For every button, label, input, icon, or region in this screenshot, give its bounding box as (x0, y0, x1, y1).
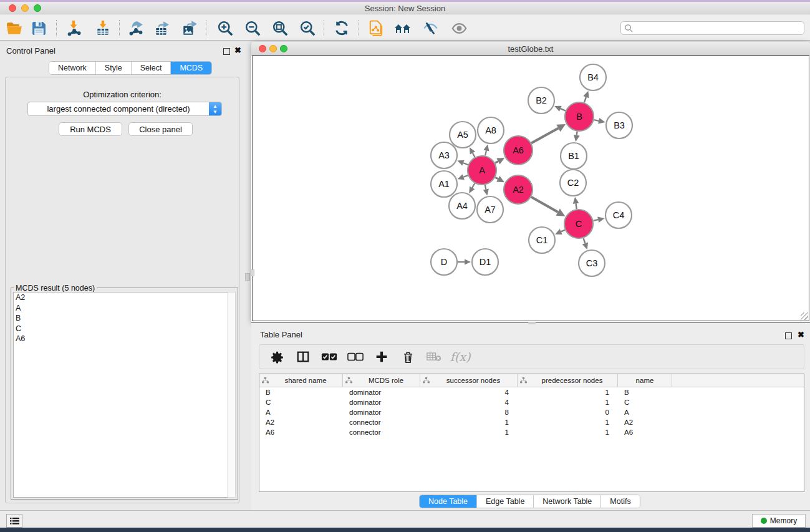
graph-node-B4[interactable]: B4 (580, 64, 606, 90)
table-row-C[interactable]: Cdominator41C (259, 397, 804, 407)
delete-table-icon[interactable] (425, 349, 443, 365)
edge-A-A3[interactable] (463, 163, 468, 165)
new-network-from-selection-icon[interactable] (367, 19, 385, 37)
save-session-icon[interactable] (29, 19, 48, 37)
edge-A-A1[interactable] (463, 175, 468, 177)
zoom-selected-icon[interactable] (298, 19, 317, 37)
edge-C-C3[interactable] (584, 238, 586, 243)
result-item-B[interactable]: B (14, 313, 228, 324)
graph-node-D[interactable]: D (431, 249, 457, 275)
edge-A-A6[interactable] (495, 162, 498, 163)
tab-node-table[interactable]: Node Table (420, 495, 477, 508)
result-item-A2[interactable]: A2 (14, 293, 228, 303)
splitter-handle[interactable] (245, 273, 250, 281)
add-column-icon[interactable] (373, 349, 390, 365)
edge-C-C2[interactable] (576, 203, 577, 209)
tab-network[interactable]: Network (49, 62, 96, 74)
delete-column-icon[interactable] (399, 349, 417, 365)
edge-A-A5[interactable] (473, 153, 475, 157)
tab-motifs[interactable]: Motifs (601, 495, 639, 508)
graph-node-C2[interactable]: C2 (560, 170, 586, 196)
graph-node-C3[interactable]: C3 (579, 250, 605, 276)
close-table-panel-icon[interactable]: ✖ (798, 331, 804, 338)
apply-preferred-layout-icon[interactable] (332, 19, 351, 37)
graph-node-B[interactable]: B (565, 102, 594, 131)
tab-mcds[interactable]: MCDS (171, 62, 211, 74)
edge-A-A7[interactable] (485, 185, 486, 190)
edge-A-A8[interactable] (485, 150, 486, 155)
zoom-in-icon[interactable] (216, 19, 234, 37)
select-all-icon[interactable] (321, 349, 338, 365)
column-header-name[interactable]: name (618, 374, 672, 387)
search-box[interactable] (620, 21, 804, 35)
deselect-all-icon[interactable] (347, 349, 364, 365)
edge-C-C4[interactable] (593, 220, 598, 221)
graph-node-A8[interactable]: A8 (478, 117, 504, 143)
table-row-A6[interactable]: A6connector11A6 (259, 427, 804, 437)
close-panel-icon[interactable]: ✖ (234, 47, 241, 54)
edge-A6-B[interactable] (531, 128, 558, 143)
graph-node-C1[interactable]: C1 (529, 227, 555, 253)
tab-select[interactable]: Select (132, 62, 171, 74)
first-neighbors-icon[interactable] (393, 19, 412, 37)
criterion-dropdown[interactable]: largest connected component (directed) ▲… (27, 102, 222, 116)
hide-graphics-details-icon[interactable] (421, 19, 440, 37)
graph-node-A7[interactable]: A7 (477, 196, 503, 223)
network-left-splitter-handle[interactable] (251, 269, 254, 276)
graph-node-A3[interactable]: A3 (431, 142, 457, 168)
result-item-C[interactable]: C (14, 324, 228, 334)
edge-B-B1[interactable] (577, 132, 577, 135)
zoom-out-icon[interactable] (243, 19, 262, 37)
edge-B-B2[interactable] (561, 109, 566, 110)
edge-A2-C[interactable] (531, 197, 558, 212)
mcds-result-list[interactable]: A2ABCA6 (13, 292, 229, 498)
network-window-titlebar[interactable]: testGlobe.txt (251, 42, 810, 56)
edge-B-B3[interactable] (594, 120, 599, 121)
tab-style[interactable]: Style (96, 62, 132, 74)
edge-A-A2[interactable] (495, 177, 498, 178)
show-panels-list-button[interactable] (6, 514, 22, 528)
export-image-icon[interactable] (180, 19, 199, 37)
table-row-A2[interactable]: A2connector11A2 (259, 417, 804, 427)
export-network-icon[interactable] (127, 19, 145, 37)
show-columns-icon[interactable] (294, 349, 312, 365)
search-input[interactable] (634, 22, 804, 34)
graph-node-C[interactable]: C (564, 210, 593, 238)
column-header-successor-nodes[interactable]: successor nodes (420, 374, 518, 387)
open-session-icon[interactable] (5, 19, 24, 37)
edge-B-B4[interactable] (584, 97, 586, 103)
graph-node-C4[interactable]: C4 (605, 202, 632, 228)
graph-node-B2[interactable]: B2 (528, 87, 554, 114)
memory-button[interactable]: Memory (752, 514, 806, 528)
graph-node-A2[interactable]: A2 (504, 175, 533, 204)
graph-node-A[interactable]: A (468, 156, 496, 185)
show-graphics-details-icon[interactable] (450, 19, 468, 37)
column-header-MCDS-role[interactable]: MCDS role (343, 374, 420, 387)
result-item-A[interactable]: A (14, 303, 228, 314)
graph-node-A6[interactable]: A6 (504, 136, 533, 165)
network-canvas[interactable]: B4B2BB3A5A8A6B1A3AC2A1A2A4A7C4CC1C3DD1 (252, 56, 809, 321)
tab-network-table[interactable]: Network Table (534, 495, 601, 508)
close-panel-button[interactable]: Close panel (128, 122, 193, 136)
graph-node-A5[interactable]: A5 (450, 122, 476, 148)
table-row-B[interactable]: Bdominator41B (259, 387, 804, 397)
result-list-scrollbar[interactable] (228, 292, 236, 498)
edge-C-C1[interactable] (561, 230, 565, 232)
edge-A-A4[interactable] (472, 183, 475, 188)
column-header-shared-name[interactable]: shared name (259, 374, 343, 387)
graph-node-A1[interactable]: A1 (431, 171, 457, 197)
float-table-panel-icon[interactable] (785, 331, 792, 342)
horizontal-splitter-handle[interactable] (528, 322, 536, 324)
graph-node-B3[interactable]: B3 (606, 112, 632, 138)
table-row-A[interactable]: Adominator80A (259, 407, 804, 417)
graph-node-A4[interactable]: A4 (449, 193, 475, 219)
table-mode-gear-icon[interactable] (268, 349, 286, 365)
column-header-predecessor-nodes[interactable]: predecessor nodes (518, 374, 618, 387)
graph-node-B1[interactable]: B1 (561, 143, 587, 169)
result-item-A6[interactable]: A6 (14, 334, 228, 344)
main-titlebar[interactable]: Session: New Session (0, 2, 810, 14)
import-table-from-file-icon[interactable] (94, 19, 112, 37)
run-mcds-button[interactable]: Run MCDS (59, 122, 122, 136)
zoom-fit-content-icon[interactable] (271, 19, 289, 37)
import-network-from-file-icon[interactable] (64, 19, 83, 37)
